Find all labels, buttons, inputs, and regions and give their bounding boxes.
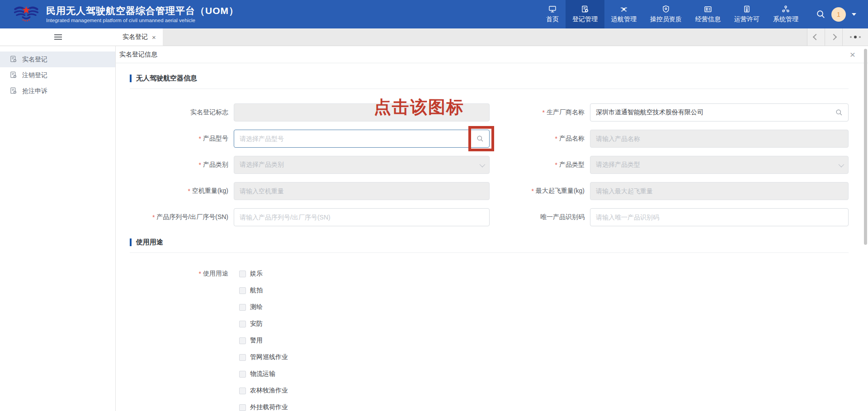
required-asterisk: * bbox=[542, 109, 545, 116]
purpose-checkbox-list: 娱乐 航拍 测绘 安防 警用 管网巡线作业 物流运输 农林牧渔作业 外挂载荷作业 bbox=[234, 268, 849, 411]
header-right: 1 bbox=[805, 0, 868, 28]
tab-strip-spacer bbox=[163, 28, 807, 46]
app-subtitle: Integrated management platform of civil … bbox=[46, 18, 239, 23]
nav-item-label: 首页 bbox=[546, 15, 559, 23]
tab-real-name-registration[interactable]: 实名登记 × bbox=[116, 28, 163, 46]
product-model-field bbox=[234, 130, 490, 148]
manufacturer-search-icon[interactable] bbox=[835, 109, 843, 116]
nav-item-system[interactable]: 系统管理 bbox=[766, 0, 805, 28]
nav-item-operation-license[interactable]: 运营许可 bbox=[727, 0, 766, 28]
purpose-item-entertainment[interactable]: 娱乐 bbox=[239, 268, 849, 279]
empty-weight-field bbox=[234, 182, 490, 200]
register-doc-icon bbox=[581, 5, 589, 13]
usage-purpose-label: *使用用途 bbox=[130, 268, 234, 279]
unique-id-field bbox=[590, 208, 849, 226]
purpose-item-agriculture[interactable]: 农林牧渔作业 bbox=[239, 385, 849, 396]
purpose-item-logistics[interactable]: 物流运输 bbox=[239, 369, 849, 379]
product-name-field bbox=[590, 130, 849, 148]
product-model-label: *产品型号 bbox=[130, 130, 234, 148]
avatar-text: 1 bbox=[837, 11, 840, 18]
product-model-search-icon[interactable] bbox=[476, 135, 484, 142]
purpose-item-aerial-photography[interactable]: 航拍 bbox=[239, 285, 849, 296]
checkbox-icon[interactable] bbox=[239, 304, 246, 311]
purpose-label: 安防 bbox=[250, 320, 263, 328]
nav-item-registration[interactable]: 登记管理 bbox=[566, 0, 604, 28]
checkbox-icon[interactable] bbox=[239, 371, 246, 378]
app-title: 民用无人驾驶航空器综合管理平台（UOM） bbox=[46, 5, 239, 16]
tab-scroll-right-button[interactable] bbox=[825, 28, 842, 46]
top-header: 民用无人驾驶航空器综合管理平台（UOM） Integrated manageme… bbox=[0, 0, 868, 28]
chevron-down-icon[interactable] bbox=[852, 13, 856, 16]
purpose-item-external-load[interactable]: 外挂载荷作业 bbox=[239, 402, 849, 411]
tab-label: 实名登记 bbox=[123, 33, 148, 41]
checkbox-icon[interactable] bbox=[239, 271, 246, 277]
max-takeoff-weight-input bbox=[596, 187, 843, 195]
checkbox-icon[interactable] bbox=[239, 337, 246, 344]
search-icon[interactable] bbox=[816, 9, 826, 19]
chevron-down-icon bbox=[480, 161, 486, 167]
section-accent-bar bbox=[130, 238, 132, 246]
serial-number-input[interactable] bbox=[240, 214, 484, 221]
registration-form: 无人驾驶航空器信息 点击该图标 实名登记标志 *生产厂商名称 *产 bbox=[116, 63, 868, 411]
brand: 民用无人驾驶航空器综合管理平台（UOM） Integrated manageme… bbox=[0, 0, 239, 28]
product-name-label: *产品名称 bbox=[490, 130, 590, 148]
sidebar-item-real-name-registration[interactable]: 实名登记 bbox=[0, 51, 115, 67]
manufacturer-input[interactable] bbox=[596, 109, 831, 116]
unique-id-input[interactable] bbox=[596, 214, 843, 221]
product-model-input[interactable] bbox=[240, 135, 472, 142]
license-icon bbox=[743, 5, 751, 13]
tab-close-icon[interactable]: × bbox=[152, 34, 156, 41]
vertical-scrollbar[interactable] bbox=[864, 49, 867, 245]
nav-item-airworthiness[interactable]: 适航管理 bbox=[604, 0, 643, 28]
purpose-label: 农林牧渔作业 bbox=[250, 387, 288, 395]
unique-id-label: 唯一产品识别码 bbox=[490, 208, 590, 226]
product-category-label: *产品类别 bbox=[130, 156, 234, 174]
purpose-item-police[interactable]: 警用 bbox=[239, 335, 849, 346]
tab-more-button[interactable] bbox=[842, 28, 868, 46]
sidebar-item-label: 抢注申诉 bbox=[22, 87, 47, 95]
shield-icon bbox=[662, 5, 670, 13]
sidebar: 实名登记 注销登记 抢注申诉 bbox=[0, 46, 116, 411]
nav-item-label: 登记管理 bbox=[572, 15, 598, 23]
checkbox-icon[interactable] bbox=[239, 321, 246, 327]
nav-item-home[interactable]: 首页 bbox=[539, 0, 566, 28]
purpose-label: 航拍 bbox=[250, 286, 263, 294]
nav-item-label: 系统管理 bbox=[773, 15, 798, 23]
panel-header: 实名登记信息 × bbox=[116, 46, 868, 63]
nav-item-label: 操控员资质 bbox=[650, 15, 682, 23]
section-divider bbox=[130, 252, 849, 253]
manufacturer-label: *生产厂商名称 bbox=[490, 103, 590, 121]
product-name-input bbox=[596, 135, 843, 142]
required-asterisk: * bbox=[188, 187, 190, 195]
tab-scroll-left-button[interactable] bbox=[807, 28, 825, 46]
avatar[interactable]: 1 bbox=[831, 7, 846, 22]
purpose-item-security[interactable]: 安防 bbox=[239, 318, 849, 329]
ellipsis-icon bbox=[854, 36, 857, 38]
checkbox-icon[interactable] bbox=[239, 354, 246, 361]
nav-item-operator-qualification[interactable]: 操控员资质 bbox=[643, 0, 689, 28]
chevron-down-icon bbox=[839, 161, 844, 167]
purpose-item-surveying[interactable]: 测绘 bbox=[239, 302, 849, 313]
sidebar-item-preemptive-registration-appeal[interactable]: 抢注申诉 bbox=[0, 83, 115, 99]
checkbox-icon[interactable] bbox=[239, 388, 246, 394]
checkbox-icon[interactable] bbox=[239, 404, 246, 411]
section-title-text: 无人驾驶航空器信息 bbox=[136, 74, 197, 83]
max-takeoff-weight-field bbox=[590, 182, 849, 200]
empty-weight-label: *空机重量(kg) bbox=[130, 182, 234, 200]
section-accent-bar bbox=[130, 75, 132, 82]
required-asterisk: * bbox=[199, 161, 201, 168]
document-badge-icon bbox=[9, 71, 17, 80]
nav-item-business-info[interactable]: 经营信息 bbox=[689, 0, 727, 28]
monitor-icon bbox=[548, 5, 557, 13]
sidebar-collapse-button[interactable] bbox=[0, 28, 116, 46]
checkbox-icon[interactable] bbox=[239, 287, 246, 294]
purpose-item-pipeline-inspection[interactable]: 管网巡线作业 bbox=[239, 352, 849, 363]
purpose-label: 物流运输 bbox=[250, 370, 275, 378]
sidebar-item-label: 注销登记 bbox=[22, 71, 47, 79]
platform-logo-icon bbox=[14, 3, 39, 26]
close-icon[interactable]: × bbox=[850, 50, 855, 59]
brand-text: 民用无人驾驶航空器综合管理平台（UOM） Integrated manageme… bbox=[46, 5, 239, 23]
sidebar-item-deregistration[interactable]: 注销登记 bbox=[0, 67, 115, 83]
manufacturer-field bbox=[590, 103, 849, 121]
sub-bar: 实名登记 × bbox=[0, 28, 868, 46]
